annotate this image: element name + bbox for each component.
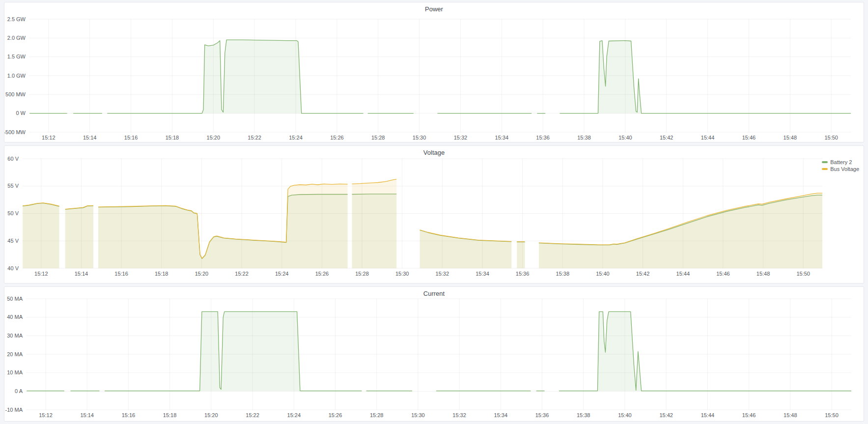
current-plot-area[interactable]: 50 MA40 MA30 MA20 MA10 MA0 A-10 MA15:121… (4, 287, 864, 421)
series-area (98, 184, 347, 268)
x-tick-label: 15:50 (825, 412, 839, 418)
x-tick-label: 15:18 (166, 135, 179, 141)
x-tick-label: 15:16 (122, 412, 136, 418)
x-tick-label: 15:32 (436, 271, 449, 277)
legend-swatch-bus-voltage-icon (822, 168, 828, 170)
legend-item-battery-2[interactable]: Battery 2 (822, 159, 859, 165)
x-tick-label: 15:40 (618, 412, 632, 418)
x-tick-label: 15:28 (355, 271, 369, 277)
series-area (420, 230, 512, 268)
series-area (105, 311, 362, 391)
x-tick-label: 15:20 (204, 412, 218, 418)
x-tick-label: 15:22 (248, 135, 261, 141)
x-tick-label: 15:38 (577, 412, 590, 418)
x-tick-label: 15:18 (163, 412, 177, 418)
x-tick-label: 15:12 (42, 135, 56, 141)
panel-title-current[interactable]: Current (4, 290, 864, 297)
legend-label-battery-2: Battery 2 (830, 159, 852, 165)
panel-title-power[interactable]: Power (4, 5, 864, 13)
y-tick-label: 0 W (16, 110, 26, 116)
x-tick-label: 15:40 (596, 271, 610, 277)
series-area (560, 41, 851, 113)
y-tick-label: 45 V (7, 238, 19, 244)
y-tick-label: 2.5 GW (7, 16, 26, 22)
x-tick-label: 15:34 (494, 412, 508, 418)
x-tick-label: 15:38 (577, 135, 591, 141)
y-tick-label: 50 V (7, 210, 19, 216)
series-area (559, 311, 851, 391)
x-tick-label: 15:28 (370, 412, 384, 418)
x-tick-label: 15:48 (784, 135, 797, 141)
x-tick-label: 15:22 (246, 412, 259, 418)
power-chart-svg: 2.5 GW2.0 GW1.5 GW1.0 GW500 MW0 W-500 MW… (4, 2, 864, 142)
x-tick-label: 15:40 (618, 135, 632, 141)
x-tick-label: 15:26 (329, 412, 342, 418)
x-tick-label: 15:44 (676, 271, 690, 277)
x-tick-label: 15:24 (287, 412, 301, 418)
power-plot-area[interactable]: 2.5 GW2.0 GW1.5 GW1.0 GW500 MW0 W-500 MW… (4, 2, 864, 142)
panel-current: Current 50 MA40 MA30 MA20 MA10 MA0 A-10 … (4, 286, 864, 422)
current-chart-svg: 50 MA40 MA30 MA20 MA10 MA0 A-10 MA15:121… (4, 287, 864, 421)
series-area (352, 179, 397, 268)
series-area (107, 40, 363, 113)
voltage-chart-svg: 60 V55 V50 V45 V40 V15:1215:1415:1615:18… (4, 146, 864, 283)
panel-title-voltage[interactable]: Voltage (4, 149, 864, 156)
x-tick-label: 15:44 (701, 412, 715, 418)
x-tick-label: 15:14 (75, 271, 88, 277)
y-tick-label: 55 V (7, 183, 19, 189)
x-tick-label: 15:48 (756, 271, 770, 277)
dashboard: Power 2.5 GW2.0 GW1.5 GW1.0 GW500 MW0 W-… (0, 0, 868, 424)
x-tick-label: 15:18 (155, 271, 168, 277)
x-tick-label: 15:28 (371, 135, 385, 141)
x-tick-label: 15:12 (34, 271, 48, 277)
y-tick-label: 10 MA (7, 369, 23, 375)
x-tick-label: 15:16 (114, 271, 128, 277)
x-tick-label: 15:38 (556, 271, 570, 277)
x-tick-label: 15:26 (315, 271, 329, 277)
x-tick-label: 15:34 (476, 271, 489, 277)
y-tick-label: 2.0 GW (7, 35, 26, 41)
x-tick-label: 15:46 (742, 135, 756, 141)
series-area (23, 203, 59, 268)
y-tick-label: -500 MW (4, 129, 26, 135)
x-tick-label: 15:20 (195, 271, 209, 277)
y-tick-label: 1.5 GW (7, 54, 26, 59)
panel-power: Power 2.5 GW2.0 GW1.5 GW1.0 GW500 MW0 W-… (4, 2, 864, 142)
x-tick-label: 15:36 (536, 135, 550, 141)
legend-item-bus-voltage[interactable]: Bus Voltage (822, 166, 859, 172)
series-area (65, 205, 93, 268)
x-tick-label: 15:20 (207, 135, 221, 141)
x-tick-label: 15:14 (80, 412, 94, 418)
x-tick-label: 15:30 (395, 271, 409, 277)
voltage-plot-area[interactable]: 60 V55 V50 V45 V40 V15:1215:1415:1615:18… (4, 146, 864, 283)
x-tick-label: 15:14 (83, 135, 97, 141)
x-tick-label: 15:24 (275, 271, 289, 277)
x-tick-label: 15:48 (784, 412, 797, 418)
x-tick-label: 15:12 (39, 412, 53, 418)
y-tick-label: 30 MA (7, 333, 23, 339)
y-tick-label: 60 V (7, 156, 19, 162)
x-tick-label: 15:32 (452, 412, 466, 418)
series-area (517, 242, 525, 268)
series-area (539, 193, 822, 268)
y-tick-label: 20 MA (7, 351, 23, 357)
x-tick-label: 15:32 (454, 135, 468, 141)
legend-swatch-battery-2-icon (822, 161, 828, 163)
x-tick-label: 15:42 (660, 135, 673, 141)
panel-voltage: Voltage 60 V55 V50 V45 V40 V15:1215:1415… (4, 145, 864, 283)
x-tick-label: 15:36 (535, 412, 549, 418)
x-tick-label: 15:42 (636, 271, 650, 277)
y-tick-label: 40 MA (7, 314, 23, 320)
legend-label-bus-voltage: Bus Voltage (830, 166, 859, 172)
x-tick-label: 15:50 (796, 271, 810, 277)
x-tick-label: 15:36 (516, 271, 530, 277)
x-tick-label: 15:46 (742, 412, 756, 418)
y-tick-label: -10 MA (5, 407, 23, 413)
x-tick-label: 15:16 (124, 135, 138, 141)
x-tick-label: 15:34 (495, 135, 509, 141)
y-tick-label: 1.0 GW (7, 73, 26, 79)
x-tick-label: 15:30 (411, 412, 425, 418)
x-tick-label: 15:30 (413, 135, 426, 141)
x-tick-label: 15:26 (330, 135, 344, 141)
x-tick-label: 15:44 (701, 135, 715, 141)
